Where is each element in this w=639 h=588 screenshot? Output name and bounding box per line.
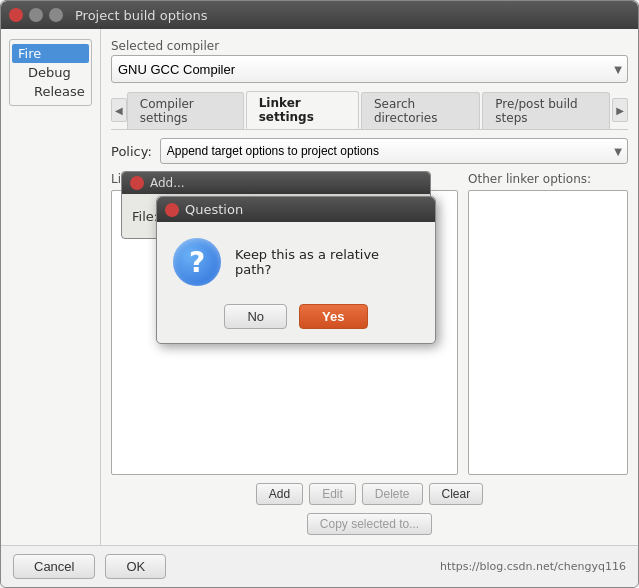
question-dialog-titlebar: Question	[157, 197, 435, 222]
window-title: Project build options	[75, 8, 208, 23]
other-linker-col: Other linker options:	[468, 172, 628, 475]
question-close-button[interactable]	[165, 203, 179, 217]
question-dialog-title: Question	[185, 202, 243, 217]
compiler-select-wrapper: GNU GCC Compiler ▼	[111, 55, 628, 83]
policy-select-wrapper: Append target options to project options…	[160, 138, 628, 164]
tab-scroll-right[interactable]: ▶	[612, 98, 628, 122]
copy-button-row: Copy selected to...	[111, 513, 628, 535]
sidebar-group: Fire Debug Release	[9, 39, 92, 106]
add-dialog-close[interactable]	[130, 176, 144, 190]
file-label: File:	[132, 209, 158, 224]
copy-selected-button[interactable]: Copy selected to...	[307, 513, 432, 535]
tab-compiler-settings[interactable]: Compiler settings	[127, 92, 244, 129]
edit-button[interactable]: Edit	[309, 483, 356, 505]
sidebar: Fire Debug Release	[1, 29, 101, 545]
tab-pre-post-build[interactable]: Pre/post build steps	[482, 92, 610, 129]
bottom-bar: Cancel OK https://blog.csdn.net/chengyq1…	[1, 545, 638, 587]
minimize-button[interactable]	[29, 8, 43, 22]
other-linker-list[interactable]	[468, 190, 628, 475]
question-dialog: Question ? Keep this as a relative path?…	[156, 196, 436, 344]
ok-button[interactable]: OK	[105, 554, 166, 579]
titlebar: Project build options	[1, 1, 638, 29]
tab-scroll-left[interactable]: ◀	[111, 98, 127, 122]
question-buttons: No Yes	[157, 294, 435, 343]
compiler-section: Selected compiler GNU GCC Compiler ▼	[111, 39, 628, 83]
sidebar-item-debug[interactable]: Debug	[12, 63, 89, 82]
clear-button[interactable]: Clear	[429, 483, 484, 505]
close-button[interactable]	[9, 8, 23, 22]
sidebar-item-fire[interactable]: Fire	[12, 44, 89, 63]
delete-button[interactable]: Delete	[362, 483, 423, 505]
policy-label: Policy:	[111, 144, 152, 159]
cancel-button[interactable]: Cancel	[13, 554, 95, 579]
add-dialog-titlebar: Add...	[122, 172, 430, 194]
add-button[interactable]: Add	[256, 483, 303, 505]
question-text: Keep this as a relative path?	[235, 247, 419, 277]
add-dialog-title: Add...	[150, 176, 185, 190]
maximize-button[interactable]	[49, 8, 63, 22]
policy-row: Policy: Append target options to project…	[111, 138, 628, 164]
main-window: Project build options Fire Debug Release…	[0, 0, 639, 588]
compiler-section-label: Selected compiler	[111, 39, 628, 53]
question-dialog-body: ? Keep this as a relative path?	[157, 222, 435, 294]
action-buttons-row: Add Edit Delete Clear	[111, 483, 628, 505]
tab-linker-settings[interactable]: Linker settings	[246, 91, 359, 129]
url-label: https://blog.csdn.net/chengyq116	[440, 560, 626, 573]
compiler-select[interactable]: GNU GCC Compiler	[111, 55, 628, 83]
sidebar-item-release[interactable]: Release	[12, 82, 89, 101]
no-button[interactable]: No	[224, 304, 287, 329]
yes-button[interactable]: Yes	[299, 304, 367, 329]
tab-search-directories[interactable]: Search directories	[361, 92, 480, 129]
other-linker-label: Other linker options:	[468, 172, 628, 186]
policy-select[interactable]: Append target options to project options	[160, 138, 628, 164]
question-icon: ?	[173, 238, 221, 286]
tabs-bar: ◀ Compiler settings Linker settings Sear…	[111, 91, 628, 130]
